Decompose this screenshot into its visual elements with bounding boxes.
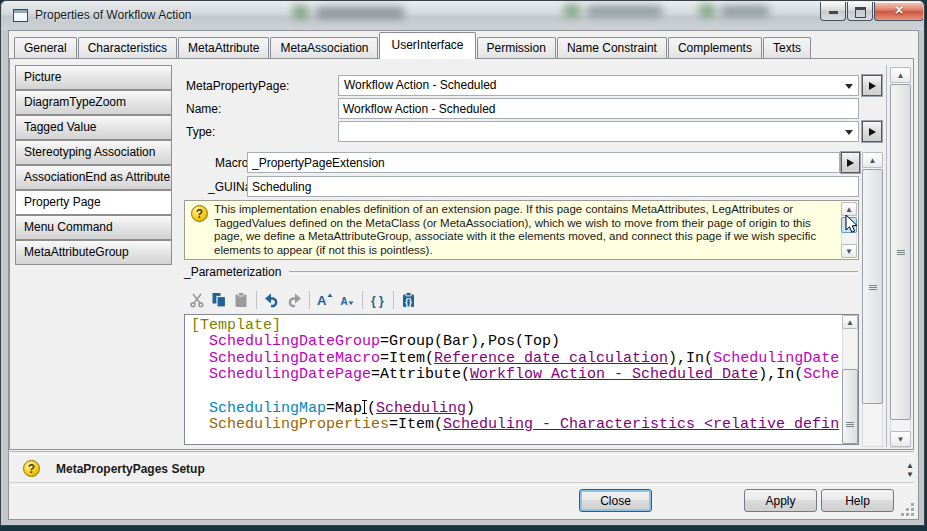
- play-icon: [869, 82, 876, 90]
- minimize-icon: [829, 11, 838, 14]
- toolbar-separator: [362, 291, 363, 309]
- tab-characteristics[interactable]: Characteristics: [78, 37, 177, 59]
- font-decrease-icon[interactable]: A: [336, 289, 358, 311]
- properties-dialog: Properties of Workflow Action × GeneralC…: [0, 0, 925, 526]
- screen: Properties of Workflow Action × GeneralC…: [0, 0, 927, 531]
- tab-permission[interactable]: Permission: [477, 37, 556, 59]
- guiname-input[interactable]: [247, 176, 859, 197]
- code-text: SchedulingDateGroup: [209, 333, 380, 350]
- metapropertypage-label: MetaPropertyPage:: [186, 79, 289, 93]
- code-text: ),In(: [758, 366, 803, 383]
- pane-scroll-up-button[interactable]: ▲: [862, 152, 883, 168]
- code-text: SchedulingDatePage: [209, 366, 371, 383]
- code-text: ),In(: [668, 350, 713, 367]
- code-link[interactable]: Scheduling: [376, 400, 466, 417]
- code-link[interactable]: Reference date calculation: [434, 350, 668, 367]
- status-scroll-up[interactable]: ▲: [905, 462, 915, 470]
- sidebar-item-menu-command[interactable]: Menu Command: [15, 215, 172, 240]
- info-scroll-down-button[interactable]: ▼: [841, 244, 857, 258]
- sidebar-item-property-page[interactable]: Property Page: [15, 190, 172, 215]
- grip-icon: [869, 285, 877, 286]
- metapropertypage-combo[interactable]: Workflow Action - Scheduled: [338, 75, 859, 96]
- parameterization-label: _Parameterization: [184, 265, 281, 279]
- type-label: Type:: [186, 125, 215, 139]
- status-scroll-down[interactable]: ▼: [905, 471, 915, 479]
- toolbar-separator: [393, 291, 394, 309]
- undo-icon[interactable]: [261, 289, 283, 311]
- help-button[interactable]: Help: [821, 489, 894, 512]
- triangle-up-icon: ▲: [843, 316, 857, 330]
- chevron-down-icon: [845, 84, 853, 89]
- macro-detail-button[interactable]: [841, 152, 860, 173]
- toolbar-separator: [309, 291, 310, 309]
- metapropertypage-detail-button[interactable]: [862, 75, 882, 96]
- code-link[interactable]: Workflow Action - Scheduled Date: [470, 366, 758, 383]
- code-text: SchedulingProperties: [209, 416, 389, 433]
- name-input[interactable]: [338, 98, 859, 119]
- tab-metaassociation[interactable]: MetaAssociation: [270, 37, 378, 59]
- code-editor[interactable]: [Template] SchedulingDateGroup=Group(Bar…: [184, 314, 859, 445]
- code-line: SchedulingProperties=Item(Scheduling - C…: [191, 417, 840, 433]
- tab-texts[interactable]: Texts: [763, 37, 811, 59]
- code-text: SchedulingDateMacro: [209, 350, 380, 367]
- code-text: [191, 400, 209, 417]
- close-icon: ×: [875, 2, 923, 19]
- paste-template-icon[interactable]: {}: [398, 289, 420, 311]
- cut-icon: [186, 289, 208, 311]
- code-toolbar: AA{ }{}: [186, 288, 420, 312]
- close-button[interactable]: ×: [874, 2, 923, 21]
- apply-button[interactable]: Apply: [744, 489, 817, 512]
- code-link[interactable]: Scheduling - Characteristics <relative d…: [443, 416, 839, 433]
- close-button[interactable]: Close: [579, 489, 652, 512]
- triangle-down-icon: ▼: [842, 245, 856, 259]
- code-scrollbar-thumb[interactable]: [842, 369, 858, 444]
- maximize-button[interactable]: [847, 2, 873, 21]
- page-scrollbar-thumb[interactable]: [890, 84, 911, 420]
- code-text: SchedulingDate: [713, 350, 839, 367]
- sidebar-item-diagramtypezoom[interactable]: DiagramTypeZoom: [15, 90, 172, 115]
- page-scroll-down-button[interactable]: ▼: [890, 431, 911, 447]
- desktop-glimpse: [293, 5, 308, 19]
- maximize-icon: [855, 7, 866, 18]
- code-line: [Template]: [191, 318, 840, 334]
- type-combo[interactable]: [338, 121, 859, 142]
- code-text: ): [466, 400, 475, 417]
- title-bar[interactable]: Properties of Workflow Action ×: [2, 1, 923, 30]
- copy-icon[interactable]: [208, 289, 230, 311]
- tab-general[interactable]: General: [14, 37, 77, 59]
- pane-divider: [886, 65, 887, 447]
- sidebar-item-associationend-as-attribute[interactable]: AssociationEnd as Attribute: [15, 165, 172, 190]
- tab-complements[interactable]: Complements: [668, 37, 762, 59]
- tab-name-constraint[interactable]: Name Constraint: [557, 37, 667, 59]
- code-line: SchedulingDateGroup=Group(Bar),Pos(Top): [191, 334, 840, 350]
- braces-icon[interactable]: { }: [367, 289, 389, 311]
- desktop-glimpse: [699, 4, 715, 17]
- svg-text:A: A: [341, 296, 348, 307]
- type-detail-button[interactable]: [862, 121, 882, 142]
- status-text: MetaPropertyPages Setup: [56, 462, 205, 476]
- play-icon: [869, 128, 876, 136]
- sidebar-item-tagged-value[interactable]: Tagged Value: [15, 115, 172, 140]
- font-increase-icon[interactable]: A: [314, 289, 336, 311]
- sidebar-item-stereotyping-association[interactable]: Stereotyping Association: [15, 140, 172, 165]
- code-text: =Group(Bar),Pos(Top): [380, 333, 560, 350]
- grip-icon: [897, 250, 905, 251]
- group-divider: [289, 271, 858, 275]
- pane-scrollbar-thumb[interactable]: [862, 169, 883, 404]
- sidebar-item-metaattributegroup[interactable]: MetaAttributeGroup: [15, 240, 172, 265]
- info-box: ? This implementation enables definition…: [184, 200, 859, 260]
- code-scroll-up-button[interactable]: ▲: [842, 315, 858, 329]
- footer-divider: [10, 482, 914, 486]
- code-text: =Attribute(: [371, 366, 470, 383]
- macro-input[interactable]: [247, 152, 840, 173]
- tab-userinterface[interactable]: UserInterface: [379, 32, 475, 59]
- code-text: [191, 333, 209, 350]
- sidebar-item-picture[interactable]: Picture: [15, 65, 172, 90]
- code-text: (: [367, 400, 376, 417]
- tab-metaattribute[interactable]: MetaAttribute: [178, 37, 269, 59]
- info-scroll-up-button[interactable]: ▲: [841, 202, 857, 216]
- page-scroll-up-button[interactable]: ▲: [890, 67, 911, 83]
- minimize-button[interactable]: [820, 2, 846, 21]
- redo-icon: [283, 289, 305, 311]
- svg-text:{ }: { }: [371, 294, 384, 308]
